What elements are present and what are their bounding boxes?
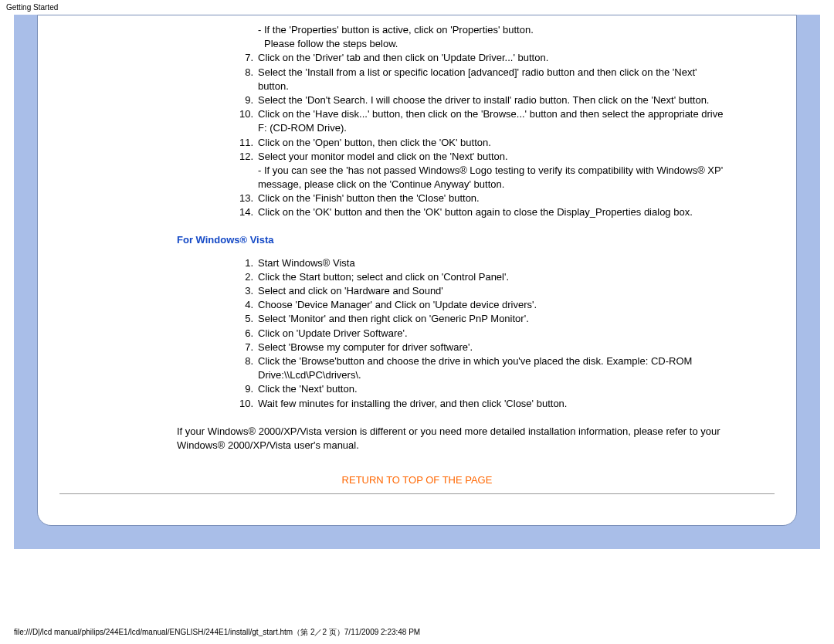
footer-note: If your Windows® 2000/XP/Vista version i… bbox=[177, 425, 727, 452]
list-text: Click on the 'Open' button, then click t… bbox=[258, 137, 491, 148]
outer-panel: - If the 'Properties' button is active, … bbox=[14, 15, 820, 549]
list-item: 7.Click on the 'Driver' tab and then cli… bbox=[258, 51, 727, 65]
list-num: 4. bbox=[235, 298, 253, 312]
list-num: 1. bbox=[235, 256, 253, 270]
list-num: 9. bbox=[235, 382, 253, 396]
xp-dash-note-1b: Please follow the steps below. bbox=[177, 37, 727, 51]
file-path-label: file:///D|/lcd manual/philips/244E1/lcd/… bbox=[14, 627, 420, 638]
list-text: Click the Start button; select and click… bbox=[258, 271, 509, 283]
list-text: Click on the 'Have disk...' button, then… bbox=[258, 108, 724, 134]
list-num: 7. bbox=[235, 51, 253, 65]
xp-steps-7-12: 7.Click on the 'Driver' tab and then cli… bbox=[235, 51, 727, 164]
xp-steps-13-14: 13.Click on the 'Finish' button then the… bbox=[235, 192, 727, 219]
list-num: 9. bbox=[235, 93, 253, 107]
page-header-label: Getting Started bbox=[0, 0, 834, 15]
divider bbox=[59, 493, 775, 494]
list-text: Click on the 'Finish' button then the 'C… bbox=[258, 192, 480, 204]
list-item: 3.Select and click on 'Hardware and Soun… bbox=[258, 284, 727, 298]
list-text: Click on the 'OK' button and then the 'O… bbox=[258, 206, 693, 218]
list-num: 7. bbox=[235, 341, 253, 354]
list-item: 14.Click on the 'OK' button and then the… bbox=[258, 205, 727, 219]
list-item: 2.Click the Start button; select and cli… bbox=[258, 270, 727, 284]
xp-dash-note-1: - If the 'Properties' button is active, … bbox=[177, 23, 727, 37]
list-item: 11.Click on the 'Open' button, then clic… bbox=[258, 136, 727, 150]
list-num: 12. bbox=[235, 150, 253, 164]
list-item: 9.Select the 'Don't Search. I will choos… bbox=[258, 93, 727, 107]
list-num: 10. bbox=[235, 107, 253, 121]
list-item: 1.Start Windows® Vista bbox=[258, 256, 727, 270]
list-num: 5. bbox=[235, 312, 253, 326]
list-item: 9.Click the 'Next' button. bbox=[258, 382, 727, 396]
list-item: 10.Wait few minutes for installing the d… bbox=[258, 397, 727, 411]
list-text: Select the 'Install from a list or speci… bbox=[258, 66, 697, 92]
list-num: 10. bbox=[235, 397, 253, 411]
list-item: 6.Click on 'Update Driver Software'. bbox=[258, 327, 727, 341]
list-text: Click the 'Next' button. bbox=[258, 383, 358, 395]
list-item: 12.Select your monitor model and click o… bbox=[258, 150, 727, 164]
list-item: 7.Select 'Browse my computer for driver … bbox=[258, 341, 727, 354]
vista-title: For Windows® Vista bbox=[177, 234, 727, 246]
list-num: 14. bbox=[235, 205, 253, 219]
list-text: Wait few minutes for installing the driv… bbox=[258, 398, 567, 409]
list-num: 3. bbox=[235, 284, 253, 298]
list-item: 13.Click on the 'Finish' button then the… bbox=[258, 192, 727, 205]
list-text: Select 'Browse my computer for driver so… bbox=[258, 341, 473, 353]
list-text: Select and click on 'Hardware and Sound' bbox=[258, 285, 443, 297]
list-num: 11. bbox=[235, 136, 253, 150]
list-item: 10.Click on the 'Have disk...' button, t… bbox=[258, 107, 727, 135]
xp-dash-note-2: - If you can see the 'has not passed Win… bbox=[177, 164, 727, 192]
list-item: 4.Choose 'Device Manager' and Click on '… bbox=[258, 298, 727, 312]
list-num: 6. bbox=[235, 327, 253, 341]
list-num: 13. bbox=[235, 192, 253, 205]
list-text: Start Windows® Vista bbox=[258, 257, 355, 269]
content-panel: - If the 'Properties' button is active, … bbox=[37, 15, 797, 526]
vista-steps: 1.Start Windows® Vista 2.Click the Start… bbox=[235, 256, 727, 411]
list-text: Select 'Monitor' and then right click on… bbox=[258, 313, 529, 324]
list-num: 8. bbox=[235, 66, 253, 80]
list-num: 2. bbox=[235, 270, 253, 284]
list-item: 8.Select the 'Install from a list or spe… bbox=[258, 66, 727, 93]
list-text: Click the 'Browse'button and choose the … bbox=[258, 355, 692, 381]
content-wrap: - If the 'Properties' button is active, … bbox=[38, 23, 796, 452]
list-text: Select the 'Don't Search. I will choose … bbox=[258, 94, 709, 106]
list-text: Select your monitor model and click on t… bbox=[258, 151, 508, 162]
list-num: 8. bbox=[235, 354, 253, 368]
list-text: Choose 'Device Manager' and Click on 'Up… bbox=[258, 299, 537, 310]
list-item: 5.Select 'Monitor' and then right click … bbox=[258, 312, 727, 326]
list-text: Click on the 'Driver' tab and then click… bbox=[258, 52, 548, 63]
list-item: 8.Click the 'Browse'button and choose th… bbox=[258, 354, 727, 382]
return-to-top-link[interactable]: RETURN TO TOP OF THE PAGE bbox=[38, 474, 796, 486]
list-text: Click on 'Update Driver Software'. bbox=[258, 327, 408, 339]
